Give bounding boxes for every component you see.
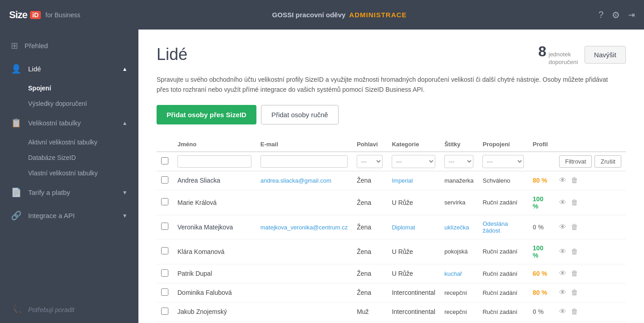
filter-email-input[interactable]: [261, 155, 348, 168]
row-stitky: manažerka: [440, 171, 478, 190]
sidebar-help-label: Potřebuji poradit: [28, 306, 74, 313]
delete-icon[interactable]: 🗑: [571, 288, 578, 297]
page-title: Lidé: [157, 45, 187, 64]
admin-label: ADMINISTRACE: [349, 11, 407, 19]
filter-propojeni-select[interactable]: ---: [482, 155, 523, 168]
table-row: Tomáš Rokostomas@rokos.czMužDiplomatčíšn…: [157, 321, 626, 323]
sidebar-subitem-spojeni[interactable]: Spojení: [0, 80, 138, 96]
row-pohlavi: Žena: [352, 264, 387, 283]
row-checkbox-cell: [157, 171, 173, 190]
sidebar-item-lide[interactable]: 👤 Lidé ▲: [0, 57, 138, 80]
sidebar-item-prehled-label: Přehled: [25, 42, 48, 50]
row-checkbox[interactable]: [161, 269, 168, 277]
add-manual-button[interactable]: Přidat osoby ručně: [261, 105, 339, 124]
filter-stitky-select[interactable]: ---: [444, 155, 473, 168]
row-checkbox[interactable]: [161, 223, 168, 230]
row-checkbox[interactable]: [161, 247, 168, 254]
row-actions-cell: 👁 🗑: [555, 283, 626, 302]
topbar-right: ? ⚙ ⇥: [599, 10, 635, 20]
row-pohlavi: Žena: [352, 171, 387, 190]
sidebar-subitem-databaze[interactable]: Databáze SizeID: [0, 150, 138, 165]
logo-size-text: Size: [9, 9, 27, 21]
view-icon[interactable]: 👁: [559, 269, 566, 278]
row-email: [256, 264, 352, 283]
delete-icon[interactable]: 🗑: [571, 176, 578, 184]
sidebar-subitem-aktivni[interactable]: Aktivní velikostní tabulky: [0, 134, 138, 150]
sidebar-item-prehled[interactable]: ⊞ Přehled: [0, 34, 138, 57]
jmeno-link[interactable]: Andrea Sliacka: [177, 177, 220, 184]
filter-pohlavi-select[interactable]: --- Žena Muž: [357, 155, 383, 168]
filter-pohlavi-cell: --- Žena Muž: [352, 152, 387, 171]
row-checkbox-cell: [157, 239, 173, 264]
sidebar-item-lide-label: Lidé: [28, 65, 41, 73]
filter-profil-cell: [528, 152, 555, 171]
select-all-checkbox[interactable]: [161, 157, 168, 164]
delete-icon[interactable]: 🗑: [571, 199, 578, 207]
filter-jmeno-input[interactable]: [177, 155, 251, 168]
view-icon[interactable]: 👁: [559, 223, 566, 231]
delete-icon[interactable]: 🗑: [571, 248, 578, 256]
filter-button[interactable]: Filtrovat: [559, 155, 592, 168]
view-icon[interactable]: 👁: [559, 308, 566, 316]
filter-actions-cell: Filtrovat Zrušit: [555, 152, 626, 171]
col-stitky: Štítky: [440, 137, 478, 152]
sidebar-item-help[interactable]: 📞 Potřebuji poradit: [0, 296, 138, 323]
help-icon[interactable]: ?: [599, 10, 604, 20]
row-jmeno: Patrik Dupal: [173, 264, 256, 283]
email-link[interactable]: matejkova_veronika@centrum.cz: [261, 224, 348, 231]
table-row: Veronika Matejkovamatejkova_veronika@cen…: [157, 215, 626, 239]
kategorie-link[interactable]: Diplomat: [392, 224, 415, 231]
settings-icon[interactable]: ⚙: [612, 10, 620, 20]
view-icon[interactable]: 👁: [559, 288, 566, 297]
sidebar-item-tarify[interactable]: 📄 Tarify a platby ▼: [0, 181, 138, 204]
stitky-link[interactable]: kuchař: [444, 270, 462, 277]
sidebar-item-integrace[interactable]: 🔗 Integrace a API ▼: [0, 204, 138, 227]
velikostni-icon: 📋: [11, 118, 22, 128]
row-checkbox[interactable]: [161, 308, 168, 315]
filter-jmeno-cell: [173, 152, 256, 171]
stitky-link[interactable]: uklízečka: [444, 224, 469, 231]
units-number: 8: [538, 43, 546, 60]
filter-cb-cell: [157, 152, 173, 171]
sidebar-subitem-vysledky[interactable]: Výsledky doporučení: [0, 96, 138, 111]
delete-icon[interactable]: 🗑: [571, 223, 578, 231]
row-actions-cell: 👁 🗑: [555, 302, 626, 321]
row-pohlavi: Žena: [352, 239, 387, 264]
view-icon[interactable]: 👁: [559, 199, 566, 207]
row-profil: 80 %: [528, 171, 555, 190]
units-label: jednotekdoporučení: [549, 51, 578, 66]
row-checkbox[interactable]: [161, 176, 168, 184]
row-checkbox[interactable]: [161, 198, 168, 205]
row-kategorie: Intercontinental: [387, 283, 440, 302]
filter-row: --- Žena Muž --- ---: [157, 152, 626, 171]
delete-icon[interactable]: 🗑: [571, 269, 578, 278]
kategorie-link[interactable]: Imperial: [392, 177, 413, 184]
logo-for-business-text: for Business: [45, 11, 80, 19]
add-sizeid-button[interactable]: Přidat osoby přes SizeID: [157, 105, 256, 124]
row-actions-cell: 👁 🗑: [555, 171, 626, 190]
navysit-button[interactable]: Navýšit: [585, 46, 626, 64]
delete-icon[interactable]: 🗑: [571, 308, 578, 316]
row-kategorie: Diplomat: [387, 215, 440, 239]
jmeno-link[interactable]: Veronika Matejkova: [177, 224, 233, 231]
company-name: GOSSI pracovní oděvy: [272, 11, 346, 19]
view-icon[interactable]: 👁: [559, 248, 566, 256]
row-actions-cell: 👁 🗑: [555, 321, 626, 323]
table-row: Marie KrálováŽenaU RůžeservírkaRuční zad…: [157, 190, 626, 215]
people-table: Jméno E-mail Pohlaví Kategorie Štítky Pr…: [157, 137, 626, 323]
row-profil: 100 %: [528, 239, 555, 264]
topbar: SizeiD for Business GOSSI pracovní oděvy…: [0, 0, 644, 30]
email-link[interactable]: andrea.sliacka@gmail.com: [261, 177, 331, 184]
view-icon[interactable]: 👁: [559, 176, 566, 184]
sidebar-subitem-vlastni[interactable]: Vlastní velikostní tabulky: [0, 165, 138, 181]
row-propojeni: Schváleno: [478, 171, 528, 190]
row-email: [256, 239, 352, 264]
filter-kategorie-select[interactable]: ---: [392, 155, 435, 168]
zrusit-button[interactable]: Zrušit: [595, 155, 621, 168]
sidebar-item-velikostni[interactable]: 📋 Velikostní tabulky ▲: [0, 111, 138, 134]
row-pohlavi: Muž: [352, 302, 387, 321]
row-actions: 👁 🗑: [559, 269, 621, 278]
logout-icon[interactable]: ⇥: [628, 10, 635, 20]
filter-kategorie-cell: ---: [387, 152, 440, 171]
row-checkbox[interactable]: [161, 288, 168, 296]
